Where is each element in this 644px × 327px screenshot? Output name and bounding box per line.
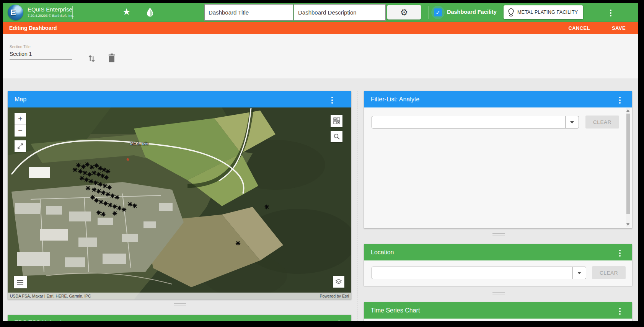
location-marker[interactable] (89, 164, 95, 170)
location-marker[interactable] (105, 169, 111, 174)
location-marker[interactable] (103, 201, 108, 206)
analyte-combobox-arrow[interactable] (565, 116, 579, 128)
trash-icon (107, 53, 116, 63)
chevron-down-icon (570, 121, 574, 124)
location-marker[interactable] (81, 164, 86, 169)
location-marker[interactable] (96, 210, 101, 215)
location-marker[interactable] (104, 175, 109, 180)
scroll-down-arrow[interactable] (626, 223, 629, 226)
location-combobox-value (372, 267, 572, 279)
analyte-widget-menu[interactable] (619, 97, 621, 104)
map-canvas[interactable]: McKenzie + − (8, 107, 351, 299)
location-marker[interactable] (101, 211, 106, 217)
location-marker[interactable] (110, 193, 115, 198)
location-marker[interactable] (101, 190, 106, 195)
location-marker[interactable] (105, 192, 111, 197)
location-marker[interactable] (85, 185, 91, 191)
location-marker[interactable] (94, 163, 99, 168)
location-marker[interactable] (85, 162, 90, 167)
reorder-section-button[interactable] (86, 53, 96, 65)
location-marker[interactable] (76, 163, 81, 168)
map-widget-menu[interactable] (331, 97, 333, 104)
location-marker[interactable] (235, 241, 241, 246)
location-marker[interactable] (102, 183, 108, 189)
location-marker[interactable] (117, 205, 122, 211)
location-marker[interactable] (112, 211, 117, 216)
location-marker[interactable] (88, 179, 94, 184)
check-icon: ✓ (435, 9, 440, 16)
location-marker[interactable] (108, 202, 113, 208)
scrollbar-thumb[interactable] (626, 114, 630, 214)
location-combobox-arrow[interactable] (572, 267, 586, 279)
location-marker[interactable] (91, 187, 97, 192)
delete-section-button[interactable] (107, 53, 116, 65)
analyte-scrollbar[interactable] (626, 108, 630, 227)
dashboard-screen: E EQuIS Enterprise 7.20.4.20293 © EarthS… (3, 3, 638, 321)
location-marker[interactable] (112, 204, 117, 209)
location-filter-widget: Location CLEAR (364, 244, 632, 286)
swap-vertical-icon (86, 53, 96, 63)
location-marker[interactable] (91, 170, 97, 176)
map-search-button[interactable] (331, 131, 342, 142)
analyte-clear-button[interactable]: CLEAR (585, 116, 619, 129)
search-icon (333, 133, 340, 140)
dashboard-facility-checkbox[interactable]: ✓ (434, 8, 442, 16)
dashboard-title-input[interactable] (204, 4, 293, 21)
location-marker[interactable] (114, 195, 120, 200)
location-marker[interactable] (127, 202, 133, 207)
location-widget-menu[interactable] (619, 250, 621, 257)
location-marker[interactable] (93, 180, 98, 185)
column-divider (357, 91, 357, 321)
location-marker[interactable] (98, 199, 104, 205)
location-marker[interactable] (79, 176, 85, 181)
analyte-resize-handle[interactable] (492, 233, 505, 237)
basemap-grid-icon (333, 117, 340, 124)
location-marker[interactable] (98, 182, 103, 187)
location-marker[interactable] (96, 172, 101, 177)
logo-letter: E (10, 8, 16, 18)
section-title-input[interactable] (10, 51, 72, 60)
facility-selector-button[interactable]: METAL PLATING FACILITY (504, 5, 583, 19)
location-marker[interactable] (87, 172, 92, 177)
location-marker[interactable] (107, 185, 112, 190)
location-marker[interactable] (90, 195, 95, 200)
save-button[interactable]: SAVE (612, 25, 626, 31)
location-marker[interactable] (132, 203, 137, 208)
analyte-combobox[interactable] (372, 116, 579, 129)
map-layers-button[interactable] (333, 276, 344, 288)
location-marker[interactable] (96, 189, 101, 194)
location-marker[interactable] (72, 167, 78, 172)
dashboard-settings-button[interactable]: ⚙ (387, 5, 421, 20)
scroll-up-arrow[interactable] (626, 109, 629, 112)
location-resize-handle[interactable] (492, 292, 505, 296)
location-marker[interactable] (101, 167, 107, 172)
appbar-overflow-menu[interactable] (610, 10, 611, 16)
location-marker[interactable] (78, 169, 83, 174)
map-legend-button[interactable] (14, 276, 27, 288)
location-marker[interactable] (121, 207, 127, 212)
zoom-out-button[interactable]: − (15, 125, 26, 137)
uploads-widget-menu[interactable] (338, 320, 340, 321)
time-series-widget-menu[interactable] (619, 308, 621, 315)
theme-drop-icon[interactable] (145, 7, 155, 19)
location-marker[interactable] (264, 204, 269, 210)
editing-dashboard-title: Editing Dashboard (9, 25, 57, 31)
facility-button-label: METAL PLATING FACILITY (517, 10, 578, 15)
basemap-gallery-button[interactable] (331, 115, 342, 127)
location-marker[interactable] (84, 177, 89, 182)
location-markers-layer (8, 107, 351, 299)
expand-map-button[interactable] (15, 140, 26, 152)
cancel-button[interactable]: CANCEL (568, 25, 590, 31)
location-marker[interactable] (94, 198, 99, 203)
map-resize-handle[interactable] (174, 303, 186, 307)
location-marker[interactable] (100, 173, 105, 179)
dashboard-description-input[interactable] (294, 4, 386, 21)
location-combobox[interactable] (372, 267, 586, 279)
location-marker[interactable] (98, 166, 103, 171)
zoom-in-button[interactable]: + (15, 113, 26, 125)
location-clear-button[interactable]: CLEAR (592, 266, 626, 279)
location-marker[interactable] (82, 170, 88, 176)
favorites-star-icon[interactable]: ★ (122, 7, 131, 17)
dashboard-facility-label: Dashboard Facility (447, 9, 497, 15)
uploads-widget-title: TDS TSS Uploads (15, 320, 64, 322)
